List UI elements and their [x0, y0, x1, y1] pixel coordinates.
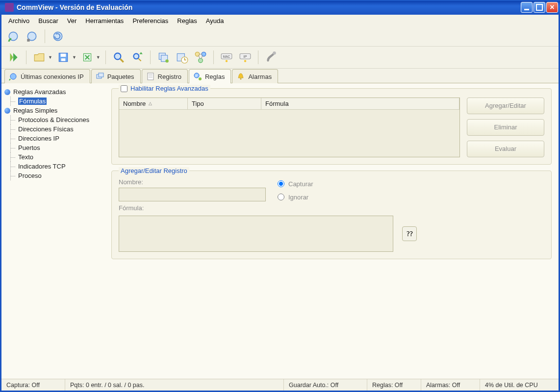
save-dropdown-icon[interactable]: ▼	[72, 55, 76, 60]
tab-label: Alarmas	[248, 73, 272, 80]
network-icon[interactable]	[193, 49, 208, 65]
tree-direcciones-fisicas[interactable]: Direcciones Físicas	[2, 124, 103, 134]
svg-rect-6	[61, 53, 66, 57]
tree-texto[interactable]: Texto	[2, 152, 103, 162]
col-tipo[interactable]: Tipo	[188, 98, 261, 109]
svg-rect-7	[61, 58, 66, 61]
status-autosave: Guardar Auto.: Off	[284, 379, 367, 391]
minimize-button[interactable]	[521, 2, 533, 13]
tab-bar: Últimas conexiones IP Paquetes Registro …	[1, 69, 559, 83]
log-icon	[146, 72, 155, 81]
tree-direcciones-ip[interactable]: Direcciones IP	[2, 134, 103, 143]
tree-reglas-avanzadas[interactable]: Reglas Avanzadas	[2, 87, 103, 97]
tree-formulas[interactable]: Fórmulas	[2, 97, 103, 106]
tree-indicadores-tcp[interactable]: Indicadores TCP	[2, 162, 103, 171]
svg-point-24	[244, 60, 246, 62]
rules-main-panel: Habilitar Reglas Avanzadas Nombre △ Tipo	[104, 83, 559, 379]
help-icon: ⁇	[407, 230, 413, 238]
formula-input[interactable]	[119, 216, 393, 252]
close-button[interactable]	[546, 2, 558, 13]
settings-icon[interactable]	[263, 49, 279, 65]
bullet-icon	[4, 108, 10, 114]
play-icon[interactable]	[5, 49, 21, 65]
scheduler-icon[interactable]	[174, 49, 190, 65]
add-edit-title: Agregar/Editar Registro	[119, 167, 189, 174]
menu-preferencias[interactable]: Preferencias	[128, 16, 172, 26]
enable-advanced-checkbox[interactable]	[121, 85, 127, 92]
status-capture: Captura: Off	[1, 379, 65, 391]
enable-advanced-label: Habilitar Reglas Avanzadas	[130, 85, 208, 92]
refresh-icon[interactable]	[50, 28, 66, 44]
status-rules: Reglas: Off	[367, 379, 421, 391]
svg-text:IP: IP	[243, 54, 247, 59]
status-alarms: Alarmas: Off	[421, 379, 480, 391]
alarm-icon	[236, 72, 245, 81]
tab-registro[interactable]: Registro	[142, 69, 188, 83]
menu-ver[interactable]: Ver	[63, 16, 81, 26]
add-edit-button[interactable]: Agregar/Editar	[467, 98, 544, 114]
menu-bar: Archivo Buscar Ver Herramientas Preferen…	[1, 15, 559, 26]
radio-ignore-input[interactable]	[278, 194, 284, 200]
start-capture-icon[interactable]	[5, 28, 21, 44]
col-nombre[interactable]: Nombre △	[119, 98, 188, 109]
toolbar-1	[1, 26, 559, 46]
search-icon[interactable]	[111, 49, 127, 65]
svg-point-9	[114, 53, 121, 59]
col-formula[interactable]: Fórmula	[261, 98, 459, 109]
clear-icon[interactable]	[79, 49, 95, 65]
tab-reglas[interactable]: IF Reglas	[189, 69, 231, 83]
tab-label: Registro	[158, 73, 181, 80]
radio-capture[interactable]: Capturar	[278, 180, 313, 188]
clear-dropdown-icon[interactable]: ▼	[96, 55, 101, 60]
bullet-icon	[4, 89, 10, 95]
status-cpu: 4% de Util. de CPU	[480, 379, 559, 391]
tree-reglas-simples[interactable]: Reglas Simples	[2, 106, 103, 115]
open-folder-icon[interactable]	[31, 49, 47, 65]
radio-capture-input[interactable]	[278, 180, 284, 187]
advanced-rules-group: Habilitar Reglas Avanzadas Nombre △ Tipo	[111, 88, 552, 165]
tree-puertos[interactable]: Puertos	[2, 143, 103, 152]
stop-capture-icon[interactable]	[24, 28, 40, 44]
svg-rect-29	[148, 73, 153, 80]
name-input[interactable]	[119, 188, 266, 201]
tab-ultimas-conexiones[interactable]: Últimas conexiones IP	[4, 69, 90, 83]
radio-ignore[interactable]: Ignorar	[278, 194, 313, 201]
sort-asc-icon: △	[149, 101, 152, 106]
menu-archivo[interactable]: Archivo	[4, 16, 33, 26]
evaluate-button[interactable]: Evaluar	[467, 141, 544, 157]
toolbar-2: ▼ ▼ ▼	[1, 46, 559, 69]
svg-point-10	[133, 53, 139, 59]
open-dropdown-icon[interactable]: ▼	[48, 55, 52, 60]
tab-label: Reglas	[205, 73, 225, 80]
formula-help-button[interactable]: ⁇	[402, 226, 417, 241]
hosts-icon[interactable]	[155, 49, 171, 65]
tree-proceso[interactable]: Proceso	[2, 171, 103, 180]
find-next-icon[interactable]	[129, 49, 145, 65]
tab-alarmas[interactable]: Alarmas	[232, 69, 278, 83]
status-bar: Captura: Off Pqts: 0 entr. / 0 sal. / 0 …	[1, 379, 559, 391]
svg-text:MAC: MAC	[223, 55, 230, 58]
svg-point-26	[10, 74, 16, 79]
menu-herramientas[interactable]: Herramientas	[81, 16, 127, 26]
connections-icon	[9, 72, 18, 81]
maximize-button[interactable]	[534, 2, 545, 13]
packets-icon	[96, 72, 104, 81]
svg-text:IF: IF	[195, 74, 198, 77]
menu-ayuda[interactable]: Ayuda	[202, 16, 228, 26]
tab-paquetes[interactable]: Paquetes	[91, 69, 141, 83]
menu-reglas[interactable]: Reglas	[173, 16, 201, 26]
ip-alias-icon[interactable]: IP	[237, 49, 253, 65]
svg-point-33	[240, 78, 242, 80]
menu-buscar[interactable]: Buscar	[34, 16, 62, 26]
delete-button[interactable]: Eliminar	[467, 119, 544, 136]
save-icon[interactable]	[55, 49, 71, 65]
rules-table[interactable]: Nombre △ Tipo Fórmula	[119, 98, 460, 157]
svg-point-21	[226, 60, 228, 62]
svg-point-13	[165, 59, 169, 63]
svg-rect-3	[27, 39, 29, 41]
name-label: Nombre:	[119, 178, 266, 186]
rules-icon: IF	[193, 72, 202, 81]
svg-point-25	[273, 51, 276, 55]
tree-protocolos[interactable]: Protocolos & Direcciones	[2, 115, 103, 124]
mac-alias-icon[interactable]: MAC	[219, 49, 234, 65]
